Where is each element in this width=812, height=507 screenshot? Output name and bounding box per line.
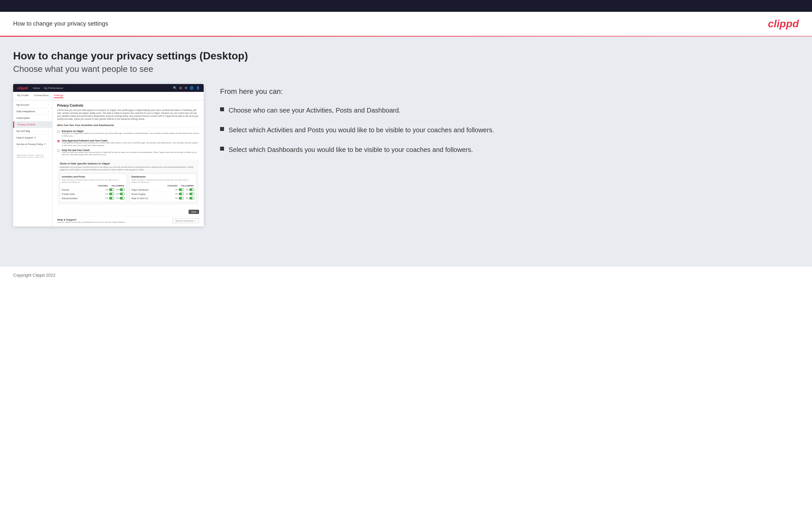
mock-logo: clippd	[17, 86, 28, 90]
page-subheading: Choose what you want people to see	[13, 64, 799, 74]
grid-icon: ⊞	[180, 86, 182, 90]
mock-sub-nav: My Profile Connections Settings	[13, 92, 204, 100]
mock-ww-coaches-toggle: ON	[175, 197, 184, 200]
mock-sidebar-help: Help & Support ↗	[13, 134, 52, 141]
mock-sidebar-my-account: My Account›	[13, 102, 52, 108]
mock-features-desc: Regardless of the privacy controls that …	[60, 166, 196, 171]
settings-icon: ⚙	[185, 86, 187, 90]
info-from-here: From here you can:	[220, 87, 799, 96]
mock-row-round-insights: Round Insights ON ON	[132, 192, 195, 196]
mock-features-section: Show or hide specific features in Clippd…	[57, 160, 199, 205]
mock-sidebar-subscription: Subscription›	[13, 115, 52, 121]
mock-manual-coaches-toggle: ON	[105, 197, 114, 200]
mock-row-rounds: Rounds ON ON	[62, 188, 125, 192]
content-row: clippd Home My Performance 🔍 ⊞ ⚙ 🌐 👤	[13, 84, 799, 226]
mock-features-title: Show or hide specific features in Clippd	[60, 162, 196, 165]
bullet-item-3: Select which Dashboards you would like t…	[220, 145, 799, 154]
mock-sub-settings: Settings	[54, 94, 63, 98]
page-heading: How to change your privacy settings (Des…	[13, 50, 799, 62]
mock-app: clippd Home My Performance 🔍 ⊞ ⚙ 🌐 👤	[13, 84, 204, 226]
mock-dashboards-desc: Select the types of activity that you'd …	[132, 179, 195, 183]
mock-sidebar: My Account› Data Integrations› Subscript…	[13, 100, 53, 226]
mock-everyone-desc: Everyone on Clippd can search for you an…	[62, 132, 199, 137]
mock-activities-table: Activities and Posts Select the types of…	[60, 173, 127, 203]
mock-help-title: Help & Support	[57, 218, 126, 221]
main-content: How to change your privacy settings (Des…	[0, 37, 812, 267]
mock-ri-coaches-toggle: ON	[175, 192, 184, 195]
globe-icon: 🌐	[190, 86, 194, 90]
mock-row-player-dashboard: Player Dashboard ON ON	[132, 188, 195, 192]
bullet-item-1: Choose who can see your Activities, Post…	[220, 106, 799, 115]
mock-sub-my-profile: My Profile	[17, 94, 29, 98]
mock-radio-only-you-btn	[57, 149, 60, 152]
info-panel: From here you can: Choose who can see yo…	[220, 84, 799, 165]
mock-row-manual: Manual Activities ON ON	[62, 196, 125, 201]
mock-main-panel: Privacy Controls Control how you and you…	[53, 100, 204, 226]
mock-practice-followers-toggle: ON	[116, 192, 125, 195]
bullet-text-2: Select which Activities and Posts you wo…	[229, 125, 494, 134]
mock-dashboards-table: Dashboards Select the types of activity …	[130, 173, 196, 203]
mock-tables-row: Activities and Posts Select the types of…	[60, 173, 196, 203]
mock-only-you-label: Only You and Your Coach	[62, 149, 199, 151]
mock-followers-label: Only Approved Followers and Your Coach	[62, 139, 199, 142]
header-title: How to change your privacy settings	[13, 20, 108, 27]
mock-nav-icons: 🔍 ⊞ ⚙ 🌐 👤	[173, 86, 200, 90]
mock-nav-performance: My Performance	[44, 87, 63, 90]
mock-body: My Account› Data Integrations› Subscript…	[13, 100, 204, 226]
mock-row-what-to-work: What To Work On ON ON	[132, 196, 195, 201]
mock-radio-everyone: Everyone on Clippd Everyone on Clippd ca…	[57, 130, 199, 137]
mock-activities-desc: Select the types of activity that you'd …	[62, 179, 125, 183]
mock-help-desc: Visit our Clippd community to troublesho…	[57, 221, 126, 223]
mock-activities-header: COACHESFOLLOWERS	[62, 185, 125, 187]
mock-pd-followers-toggle: ON	[186, 188, 195, 191]
mock-ri-followers-toggle: ON	[186, 192, 195, 195]
mock-radio-followers-btn	[57, 140, 60, 143]
bullet-text-3: Select which Dashboards you would like t…	[229, 145, 473, 154]
screenshot-container: clippd Home My Performance 🔍 ⊞ ⚙ 🌐 👤	[13, 84, 204, 226]
footer: Copyright Clippd 2022	[0, 267, 812, 283]
mock-radio-only-you: Only You and Your Coach Only you and the…	[57, 149, 199, 157]
user-icon: 👤	[196, 86, 200, 90]
external-link-icon: ↗	[195, 220, 196, 222]
mock-sidebar-data-integrations: Data Integrations›	[13, 108, 52, 115]
mock-privacy-desc: Control how you and your data appears to…	[57, 109, 199, 120]
mock-radio-everyone-btn	[57, 130, 60, 133]
mock-sidebar-golf-bag: My Golf Bag›	[13, 128, 52, 134]
mock-save-button[interactable]: Save	[189, 210, 199, 214]
mock-manual-followers-toggle: ON	[116, 197, 125, 200]
bullet-square-3	[220, 147, 224, 151]
mock-save-row: Save	[57, 208, 199, 216]
mock-sidebar-service: Service & Privacy Policy ↗	[13, 141, 52, 148]
mock-ww-followers-toggle: ON	[186, 197, 195, 200]
mock-followers-desc: Only approved followers and coaches you …	[62, 142, 199, 147]
mock-pd-coaches-toggle: ON	[175, 188, 184, 191]
mock-radio-followers: Only Approved Followers and Your Coach O…	[57, 139, 199, 147]
logo: clippd	[768, 18, 799, 30]
mock-who-section: Who Can See Your Activities and Dashboar…	[57, 124, 199, 156]
bullet-square-2	[220, 127, 224, 131]
footer-copyright: Copyright Clippd 2022	[13, 273, 55, 278]
mock-help-section: Help & Support Visit our Clippd communit…	[57, 216, 199, 223]
mock-nav-links: Home My Performance	[33, 87, 63, 90]
mock-sub-connections: Connections	[34, 94, 49, 98]
mock-sidebar-version: Clippd Client Version: 2022.8.2SQL Serve…	[13, 151, 52, 161]
top-bar	[0, 0, 812, 12]
mock-practice-coaches-toggle: ON	[105, 192, 114, 195]
mock-who-title: Who Can See Your Activities and Dashboar…	[57, 124, 199, 128]
mock-nav-home: Home	[33, 87, 40, 90]
mock-sidebar-privacy: Privacy Controls›	[13, 121, 52, 128]
bullet-item-2: Select which Activities and Posts you wo…	[220, 125, 799, 134]
mock-everyone-label: Everyone on Clippd	[62, 130, 199, 132]
bullet-list: Choose who can see your Activities, Post…	[220, 106, 799, 154]
mock-rounds-coaches-toggle: ON	[105, 188, 114, 191]
mock-rounds-followers-toggle: ON	[116, 188, 125, 191]
mock-dashboards-title: Dashboards	[132, 175, 195, 178]
search-icon: 🔍	[173, 86, 177, 90]
mock-help-btn-label: Visit Our Community	[175, 220, 194, 222]
bullet-square-1	[220, 107, 224, 111]
mock-row-practice: Practice Drills ON ON	[62, 192, 125, 196]
mock-nav: clippd Home My Performance 🔍 ⊞ ⚙ 🌐 👤	[13, 84, 204, 92]
header: How to change your privacy settings clip…	[0, 12, 812, 36]
bullet-text-1: Choose who can see your Activities, Post…	[229, 106, 401, 115]
mock-help-btn[interactable]: Visit Our Community ↗	[172, 218, 199, 223]
